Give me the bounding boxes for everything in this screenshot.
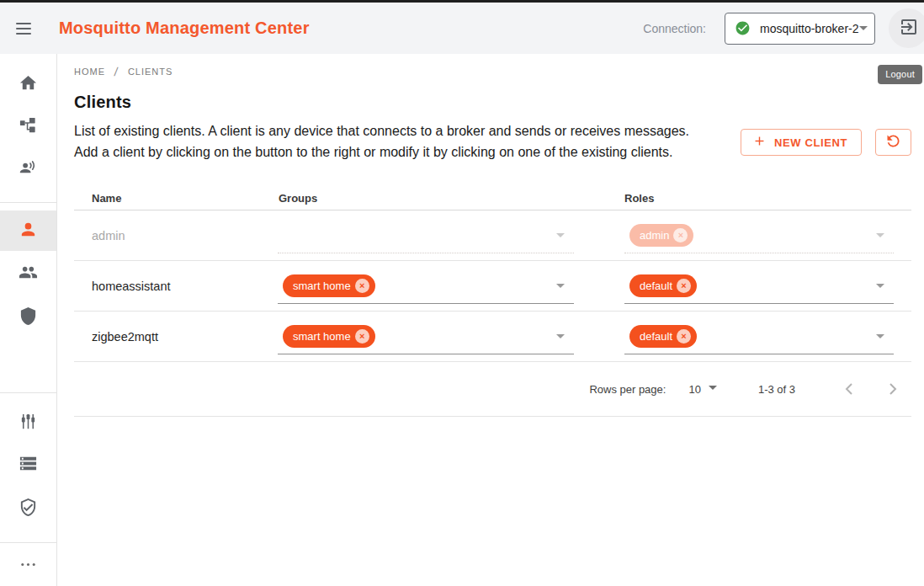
sidebar-item-home[interactable] <box>0 63 56 105</box>
roles-select[interactable]: default × <box>624 269 894 304</box>
sidebar-item-roles[interactable] <box>0 296 56 338</box>
sidebar-item-more[interactable] <box>0 545 56 586</box>
refresh-icon <box>884 132 902 152</box>
page-title: Clients <box>74 93 911 112</box>
previous-page-button[interactable] <box>839 379 859 399</box>
page-description: List of existing clients. A client is an… <box>74 120 697 162</box>
chip-delete-icon[interactable]: × <box>355 329 369 344</box>
chip-label: default <box>640 330 672 343</box>
pagination-range: 1-3 of 3 <box>758 383 795 396</box>
column-header-roles: Roles <box>621 192 911 205</box>
chevron-down-icon <box>876 284 884 288</box>
client-name: admin <box>74 229 278 242</box>
sidebar-divider <box>0 542 56 543</box>
person-icon <box>19 220 38 242</box>
table-row[interactable]: homeassistant smart home × default × <box>74 261 911 312</box>
chip-delete-icon[interactable]: × <box>677 329 691 344</box>
rows-per-page-value: 10 <box>688 383 700 396</box>
rows-per-page-select[interactable]: 10 <box>688 383 716 396</box>
chip-label: smart home <box>293 330 351 343</box>
main-content: HOME / CLIENTS Clients List of existing … <box>57 54 924 586</box>
connection-value: mosquitto-broker-2 <box>760 22 859 35</box>
ellipsis-icon <box>19 555 38 578</box>
groups-select[interactable]: smart home × <box>278 269 574 304</box>
logout-tooltip: Logout <box>878 65 922 84</box>
chevron-left-icon <box>839 389 859 402</box>
role-chip[interactable]: default × <box>629 274 697 297</box>
sidebar-item-topology[interactable] <box>0 105 56 147</box>
chevron-down-icon <box>876 334 884 338</box>
chip-label: smart home <box>293 280 351 292</box>
new-client-button[interactable]: NEW CLIENT <box>741 129 862 156</box>
sidebar-item-streams[interactable] <box>0 147 56 189</box>
refresh-button[interactable] <box>875 129 911 156</box>
sidebar-item-settings[interactable] <box>0 402 56 444</box>
rows-per-page-label: Rows per page: <box>589 383 666 396</box>
breadcrumb: HOME / CLIENTS <box>74 65 911 78</box>
sidebar-item-plugins[interactable] <box>0 444 56 486</box>
chip-delete-icon[interactable]: × <box>673 228 688 242</box>
sidebar-item-security[interactable] <box>0 487 56 530</box>
chevron-down-icon <box>859 26 868 30</box>
page-actions: NEW CLIENT <box>741 129 911 156</box>
group-chip[interactable]: smart home × <box>283 325 375 348</box>
group-chip[interactable]: smart home × <box>283 274 375 297</box>
chip-label: default <box>640 280 672 292</box>
clients-table: Name Groups Roles admin admin × <box>74 187 911 417</box>
verified-user-icon <box>19 498 38 520</box>
exit-to-app-icon <box>899 17 919 40</box>
groups-select[interactable]: smart home × <box>278 319 574 354</box>
sidebar-item-clients[interactable] <box>0 210 56 251</box>
hamburger-menu-icon[interactable] <box>16 19 36 39</box>
role-chip[interactable]: admin × <box>629 224 693 247</box>
storage-icon <box>19 454 38 477</box>
chevron-down-icon <box>876 233 884 237</box>
chip-label: admin <box>640 229 669 242</box>
column-header-name: Name <box>74 192 278 205</box>
table-row[interactable]: admin admin × <box>74 210 911 261</box>
logout-button[interactable] <box>889 8 924 48</box>
app-title: Mosquitto Management Center <box>59 19 310 38</box>
chip-delete-icon[interactable]: × <box>355 279 369 293</box>
home-icon <box>19 73 38 96</box>
connection-label: Connection: <box>643 22 706 35</box>
sidebar-item-groups[interactable] <box>0 253 56 295</box>
breadcrumb-current: CLIENTS <box>128 67 173 77</box>
record-voice-icon <box>19 157 38 180</box>
table-pagination: Rows per page: 10 1-3 of 3 <box>74 362 911 417</box>
chevron-down-icon <box>556 334 565 338</box>
connection-select[interactable]: mosquitto-broker-2 <box>725 13 875 45</box>
chevron-right-icon <box>883 389 903 402</box>
sidebar-divider <box>0 202 56 203</box>
top-border <box>0 0 924 3</box>
table-row[interactable]: zigbee2mqtt smart home × default × <box>74 312 911 362</box>
policy-icon <box>19 306 38 329</box>
chip-delete-icon[interactable]: × <box>677 279 691 293</box>
topology-icon <box>19 115 38 138</box>
chevron-down-icon <box>556 284 565 288</box>
new-client-label: NEW CLIENT <box>774 136 847 149</box>
chevron-down-icon <box>709 386 717 390</box>
roles-select[interactable]: default × <box>624 319 894 354</box>
people-icon <box>19 263 38 285</box>
sidebar-divider <box>0 392 56 393</box>
tune-icon <box>19 412 38 434</box>
table-header: Name Groups Roles <box>74 187 911 210</box>
chevron-down-icon <box>556 233 565 237</box>
app-bar: Mosquitto Management Center Connection: … <box>0 3 924 54</box>
check-circle-icon <box>735 20 751 36</box>
next-page-button[interactable] <box>883 379 903 399</box>
sidebar <box>0 54 57 586</box>
roles-select[interactable]: admin × <box>624 218 894 253</box>
breadcrumb-home[interactable]: HOME <box>74 67 105 77</box>
client-name: zigbee2mqtt <box>74 330 278 344</box>
plus-icon <box>752 134 767 151</box>
breadcrumb-separator: / <box>114 65 119 78</box>
groups-select[interactable] <box>278 218 574 253</box>
column-header-groups: Groups <box>278 192 621 205</box>
role-chip[interactable]: default × <box>629 325 697 348</box>
client-name: homeassistant <box>74 280 278 293</box>
